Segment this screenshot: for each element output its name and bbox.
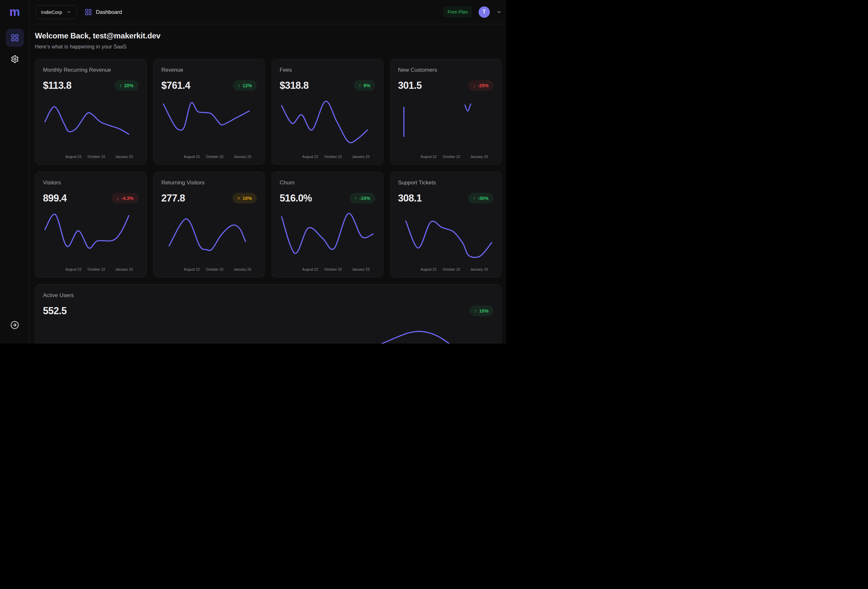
axis-label: October 22 bbox=[206, 267, 223, 271]
stat-card-revenue: Revenue $761.4 ↑ 12% August 22 October 2… bbox=[154, 59, 265, 165]
x-axis: August 22 October 22 January 23 bbox=[280, 267, 375, 273]
trend-arrow-icon: ↓ bbox=[473, 83, 476, 88]
sidebar: m bbox=[0, 0, 30, 344]
sidebar-item-settings[interactable] bbox=[6, 50, 24, 68]
collapse-sidebar-icon[interactable] bbox=[10, 321, 19, 329]
card-value: 277.8 bbox=[161, 192, 185, 204]
grid-icon bbox=[11, 34, 19, 42]
sparkline-chart: August 22 October 22 January 23 bbox=[398, 95, 494, 161]
card-title: Fees bbox=[280, 67, 375, 73]
card-value: 516.0% bbox=[280, 192, 312, 204]
trend-badge: ↑ -30% bbox=[468, 193, 493, 204]
trend-arrow-icon: ↑ bbox=[474, 308, 477, 314]
welcome-heading: Welcome Back, test@makerkit.dev bbox=[35, 31, 502, 40]
axis-label: January 23 bbox=[233, 155, 251, 159]
sparkline-chart: August 22 October 22 January 23 bbox=[43, 208, 139, 274]
org-name: IndieCorp bbox=[41, 9, 62, 15]
axis-label: August 22 bbox=[184, 155, 200, 159]
gear-icon bbox=[11, 55, 19, 63]
axis-label: January 23 bbox=[352, 155, 369, 159]
sparkline-chart: August 22 October 22 January 23 bbox=[398, 208, 494, 274]
card-title: Returning Visitors bbox=[161, 180, 257, 186]
trend-badge: ↑ -10% bbox=[350, 193, 375, 204]
welcome-subtitle: Here's what is happening in your SaaS bbox=[35, 44, 502, 50]
trend-value: -25% bbox=[478, 83, 489, 88]
trend-arrow-icon: ↑ bbox=[238, 83, 240, 88]
card-title: Support Tickets bbox=[398, 180, 494, 186]
axis-label: August 22 bbox=[302, 155, 318, 159]
x-axis: August 22 October 22 January 23 bbox=[161, 267, 257, 273]
axis-label: January 23 bbox=[233, 267, 251, 271]
card-value: $318.8 bbox=[280, 80, 309, 91]
axis-label: August 22 bbox=[184, 267, 200, 271]
avatar[interactable]: T bbox=[478, 6, 490, 18]
trend-badge: ↑ 12% bbox=[233, 80, 257, 91]
dashboard-app: m IndieCorp Dashboard Free Plan T bbox=[0, 0, 506, 344]
account-menu-chevron[interactable] bbox=[496, 9, 502, 15]
axis-label: October 22 bbox=[206, 155, 223, 159]
axis-label: January 23 bbox=[115, 267, 133, 271]
card-value: $761.4 bbox=[161, 80, 190, 91]
sparkline-chart: August 22 October 22 January 23 bbox=[280, 95, 375, 161]
stat-card-monthly-recurring-revenue: Monthly Recurring Revenue $113.8 ↑ 20% A… bbox=[35, 59, 147, 165]
trend-value: 20% bbox=[124, 83, 133, 88]
x-axis: August 22 October 22 January 23 bbox=[43, 267, 139, 273]
card-value: 899.4 bbox=[43, 192, 66, 204]
axis-label: January 23 bbox=[470, 267, 488, 271]
axis-label: January 23 bbox=[470, 155, 488, 159]
trend-badge: ↓ -4.3% bbox=[112, 193, 138, 204]
sparkline-chart: August 22 October 22 January 23 bbox=[280, 208, 375, 274]
trend-value: -10% bbox=[359, 196, 371, 201]
axis-label: October 22 bbox=[443, 155, 460, 159]
card-title: Revenue bbox=[161, 67, 257, 73]
trend-arrow-icon: ↑ bbox=[473, 195, 476, 201]
main-content: Welcome Back, test@makerkit.dev Here's w… bbox=[30, 24, 506, 344]
x-axis: August 22 October 22 January 23 bbox=[398, 155, 494, 160]
trend-value: -4.3% bbox=[121, 196, 134, 201]
stat-card-new-customers: New Customers 301.5 ↓ -25% August 22 Oct… bbox=[390, 59, 502, 165]
x-axis: August 22 October 22 January 23 bbox=[161, 155, 257, 160]
card-value: 308.1 bbox=[398, 192, 422, 204]
trend-value: 10% bbox=[242, 196, 252, 201]
card-value: $113.8 bbox=[43, 80, 71, 91]
axis-label: October 22 bbox=[87, 267, 105, 271]
card-title: Monthly Recurring Revenue bbox=[43, 67, 139, 73]
axis-label: August 22 bbox=[421, 155, 437, 159]
trend-value: 9% bbox=[364, 83, 371, 88]
card-value: 301.5 bbox=[398, 80, 422, 91]
trend-arrow-icon: ↑ bbox=[354, 195, 357, 201]
trend-badge: = 10% bbox=[232, 193, 257, 204]
axis-label: October 22 bbox=[324, 155, 342, 159]
x-axis: August 22 October 22 January 23 bbox=[280, 155, 375, 160]
axis-label: August 22 bbox=[421, 267, 437, 271]
card-title: Churn bbox=[280, 180, 375, 186]
card-title: Visitors bbox=[43, 180, 139, 186]
breadcrumb: Dashboard bbox=[85, 8, 122, 16]
org-switcher-button[interactable]: IndieCorp bbox=[35, 5, 77, 19]
sparkline-chart: August 22 October 22 January 23 bbox=[43, 95, 139, 161]
stat-card-fees: Fees $318.8 ↑ 9% August 22 October 22 Ja… bbox=[272, 59, 383, 165]
grid-icon bbox=[85, 8, 92, 16]
x-axis: August 22 October 22 January 23 bbox=[43, 155, 139, 160]
card-title: New Customers bbox=[398, 67, 494, 73]
sparkline-chart: August 22 October 22 January 23 bbox=[161, 208, 257, 274]
axis-label: August 22 bbox=[302, 267, 318, 271]
top-header: IndieCorp Dashboard Free Plan T bbox=[30, 0, 506, 24]
trend-value: -30% bbox=[478, 196, 489, 201]
sidebar-item-dashboard[interactable] bbox=[6, 29, 24, 47]
axis-label: October 22 bbox=[87, 155, 105, 159]
stat-card-returning-visitors: Returning Visitors 277.8 = 10% August 22… bbox=[154, 171, 265, 278]
axis-label: August 22 bbox=[66, 155, 82, 159]
trend-arrow-icon: ↓ bbox=[117, 195, 119, 201]
trend-badge: ↑ 10% bbox=[469, 306, 493, 316]
sparkline-chart bbox=[43, 320, 493, 344]
trend-badge: ↑ 20% bbox=[115, 80, 139, 91]
card-value: 552.5 bbox=[43, 305, 66, 316]
stat-card-visitors: Visitors 899.4 ↓ -4.3% August 22 October… bbox=[35, 171, 147, 278]
plan-badge: Free Plan bbox=[443, 6, 472, 18]
axis-label: October 22 bbox=[443, 267, 460, 271]
axis-label: October 22 bbox=[324, 267, 342, 271]
chevron-down-icon bbox=[66, 10, 71, 15]
trend-badge: ↓ -25% bbox=[468, 80, 493, 91]
makerkit-logo: m bbox=[9, 6, 20, 18]
